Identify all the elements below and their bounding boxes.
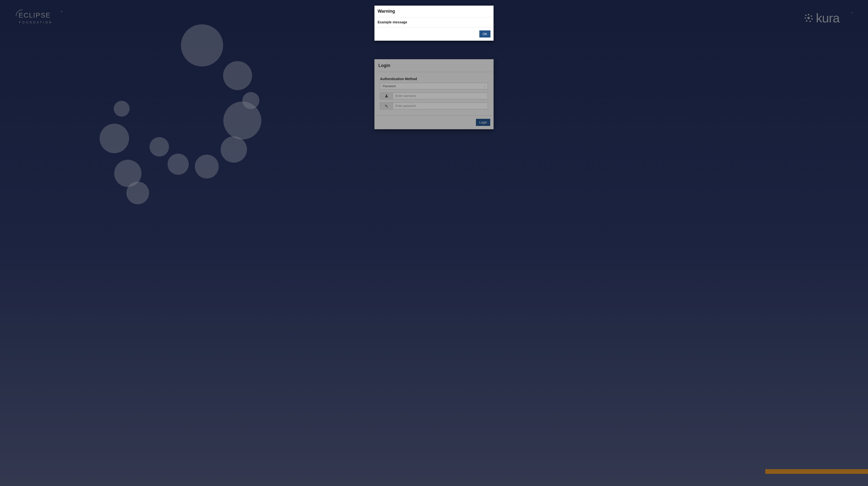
modal-message: Example message: [378, 20, 491, 24]
modal-header: Warning: [375, 6, 494, 17]
modal-body: Example message: [375, 17, 494, 27]
modal-footer: OK: [375, 27, 494, 41]
modal-backdrop[interactable]: [0, 0, 868, 486]
ok-button[interactable]: OK: [479, 30, 491, 37]
modal-title: Warning: [378, 9, 491, 14]
warning-modal: Warning Example message OK: [375, 6, 494, 41]
